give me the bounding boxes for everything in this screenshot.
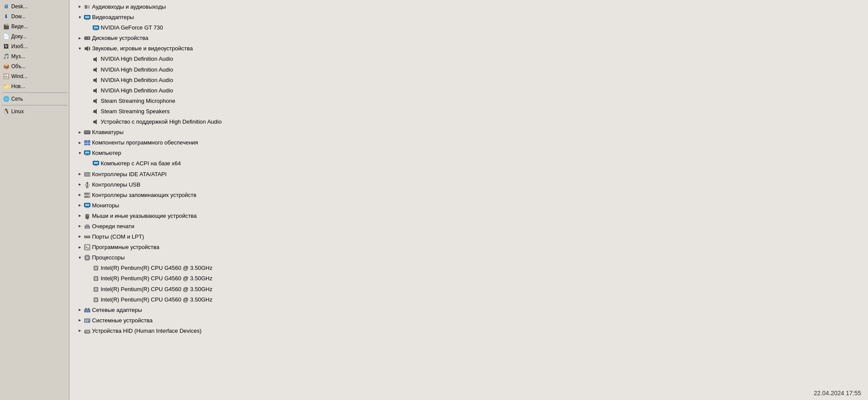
nvidia-hda-2-icon bbox=[92, 66, 99, 73]
nvidia-hda-1-icon bbox=[92, 56, 99, 63]
expand-computer[interactable] bbox=[77, 151, 82, 156]
expand-com-lpt[interactable] bbox=[77, 234, 82, 239]
computer-acpi-icon bbox=[92, 160, 99, 167]
expand-sound-devices[interactable] bbox=[77, 46, 82, 51]
tree-item-ide-controllers[interactable]: Контроллеры IDE ATA/ATAPI bbox=[73, 169, 865, 180]
tree-item-nvidia-hda-1[interactable]: NVIDIA High Definition Audio bbox=[73, 54, 865, 64]
sidebar-item-documents[interactable]: 📄 Доку... bbox=[0, 32, 69, 41]
expand-print-queues[interactable] bbox=[77, 224, 82, 229]
tree-item-print-queues[interactable]: Очереди печати bbox=[73, 221, 865, 232]
expand-software-components[interactable] bbox=[77, 140, 82, 145]
tree-item-audio-io[interactable]: Аудиовходы и аудиовыходы bbox=[73, 2, 865, 12]
tree-item-network-adapters[interactable]: Сетевые адаптеры bbox=[73, 305, 865, 315]
expand-nvidia-gt730 bbox=[86, 25, 91, 30]
tree-item-cpu-4[interactable]: Intel(R) Pentium(R) CPU G4560 @ 3.50GHz bbox=[73, 295, 865, 305]
label-nvidia-hda-3: NVIDIA High Definition Audio bbox=[101, 75, 173, 85]
label-com-lpt: Порты (COM и LPT) bbox=[92, 232, 144, 242]
sidebar-item-objects[interactable]: 📦 Объ... bbox=[0, 62, 69, 71]
expand-audio-io[interactable] bbox=[77, 4, 82, 10]
sidebar-label-video: Виде... bbox=[11, 23, 28, 30]
tree-item-cpu-1[interactable]: Intel(R) Pentium(R) CPU G4560 @ 3.50GHz bbox=[73, 263, 865, 273]
tree-item-disk-devices[interactable]: Дисковые устройства bbox=[73, 33, 865, 43]
sidebar-item-images[interactable]: 🖼 Изоб... bbox=[0, 42, 69, 51]
sidebar-divider-2 bbox=[2, 105, 67, 105]
tree-item-steam-speakers[interactable]: Steam Streaming Speakers bbox=[73, 106, 865, 117]
svg-rect-48 bbox=[87, 173, 88, 176]
svg-rect-64 bbox=[85, 227, 89, 227]
tree-item-nvidia-hda-2[interactable]: NVIDIA High Definition Audio bbox=[73, 65, 865, 75]
tree-item-cpu-3[interactable]: Intel(R) Pentium(R) CPU G4560 @ 3.50GHz bbox=[73, 284, 865, 295]
sidebar-divider-1 bbox=[2, 92, 67, 93]
label-hid-devices: Устройства HID (Human Interface Devices) bbox=[92, 326, 201, 336]
tree-item-nvidia-hda-3[interactable]: NVIDIA High Definition Audio bbox=[73, 75, 865, 85]
expand-network-adapters[interactable] bbox=[77, 308, 82, 313]
svg-rect-34 bbox=[84, 140, 87, 143]
svg-rect-45 bbox=[94, 166, 98, 166]
svg-rect-26 bbox=[85, 131, 86, 132]
svg-marker-22 bbox=[93, 98, 97, 104]
expand-disk-devices[interactable] bbox=[77, 36, 82, 41]
expand-video-adapters[interactable] bbox=[77, 15, 82, 20]
tree-item-hda-device[interactable]: Устройство с поддержкой High Definition … bbox=[73, 117, 865, 127]
tree-item-com-lpt[interactable]: Порты (COM и LPT) bbox=[73, 232, 865, 242]
expand-usb-controllers[interactable] bbox=[77, 182, 82, 187]
images-icon: 🖼 bbox=[3, 43, 10, 50]
label-monitors: Мониторы bbox=[92, 201, 119, 210]
svg-marker-18 bbox=[93, 57, 97, 62]
label-nvidia-hda-2: NVIDIA High Definition Audio bbox=[101, 65, 173, 75]
tree-item-mice[interactable]: Мыши и иные указывающие устройства bbox=[73, 211, 865, 221]
ide-controllers-icon bbox=[84, 171, 91, 178]
sidebar-item-video[interactable]: 🎬 Виде... bbox=[0, 22, 69, 31]
tree-item-cpu-2[interactable]: Intel(R) Pentium(R) CPU G4560 @ 3.50GHz bbox=[73, 273, 865, 284]
label-video-adapters: Видеоадаптеры bbox=[92, 13, 134, 22]
tree-item-monitors[interactable]: Мониторы bbox=[73, 200, 865, 211]
storage-controllers-icon bbox=[84, 192, 91, 199]
svg-point-72 bbox=[88, 236, 88, 236]
expand-prog-devices[interactable] bbox=[77, 245, 82, 250]
expand-system-devices[interactable] bbox=[77, 318, 82, 323]
label-cpu-3: Intel(R) Pentium(R) CPU G4560 @ 3.50GHz bbox=[101, 285, 212, 294]
expand-cpu-1 bbox=[86, 266, 91, 271]
expand-mice[interactable] bbox=[77, 213, 82, 219]
label-print-queues: Очереди печати bbox=[92, 222, 135, 231]
svg-marker-23 bbox=[93, 109, 97, 114]
label-prog-devices: Программные устройства bbox=[92, 243, 159, 252]
sidebar-item-windows[interactable]: 🪟 Wind... bbox=[0, 72, 69, 81]
expand-ide-controllers[interactable] bbox=[77, 172, 82, 177]
tree-item-nvidia-gt730[interactable]: NVIDIA GeForce GT 730 bbox=[73, 23, 865, 33]
expand-storage-controllers[interactable] bbox=[77, 193, 82, 198]
documents-icon: 📄 bbox=[3, 33, 10, 40]
tree-item-computer-acpi[interactable]: Компьютер с ACPI на базе x64 bbox=[73, 158, 865, 169]
svg-rect-65 bbox=[85, 228, 89, 228]
tree-item-video-adapters[interactable]: Видеоадаптеры bbox=[73, 12, 865, 23]
sidebar-label-desktop: Desk... bbox=[11, 3, 27, 10]
tree-item-processors[interactable]: Процессоры bbox=[73, 252, 865, 263]
tree-item-keyboards[interactable]: Клавиатуры bbox=[73, 127, 865, 138]
svg-point-108 bbox=[85, 330, 87, 332]
expand-monitors[interactable] bbox=[77, 203, 82, 208]
sidebar-item-music[interactable]: 🎵 Муз... bbox=[0, 52, 69, 61]
tree-item-storage-controllers[interactable]: Контроллеры запоминающих устройств bbox=[73, 190, 865, 200]
sidebar-item-downloads[interactable]: ⬇ Dow... bbox=[0, 12, 69, 21]
tree-item-software-components[interactable]: Компоненты программного обеспечения bbox=[73, 138, 865, 148]
sidebar-label-network: Сеть bbox=[11, 96, 23, 102]
sidebar-item-linux[interactable]: 🐧 Linux bbox=[0, 107, 69, 116]
svg-rect-106 bbox=[89, 319, 89, 321]
tree-item-hid-devices[interactable]: Устройства HID (Human Interface Devices) bbox=[73, 326, 865, 336]
expand-processors[interactable] bbox=[77, 255, 82, 260]
tree-item-sound-devices[interactable]: Звуковые, игровые и видеоустройства bbox=[73, 43, 865, 54]
network-sidebar-icon: 🌐 bbox=[3, 95, 10, 102]
tree-item-system-devices[interactable]: Системные устройства bbox=[73, 315, 865, 326]
tree-item-usb-controllers[interactable]: Контроллеры USB bbox=[73, 180, 865, 190]
expand-hid-devices[interactable] bbox=[77, 328, 82, 334]
sidebar-item-network[interactable]: 🌐 Сеть bbox=[0, 94, 69, 104]
svg-rect-36 bbox=[84, 144, 87, 145]
sidebar-item-new[interactable]: 📁 Нов... bbox=[0, 82, 69, 91]
tree-item-steam-mic[interactable]: Steam Streaming Microphone bbox=[73, 96, 865, 106]
sidebar-item-desktop[interactable]: 🖥 Desk... bbox=[0, 2, 69, 11]
svg-rect-28 bbox=[88, 131, 89, 132]
expand-keyboards[interactable] bbox=[77, 130, 82, 135]
tree-item-computer[interactable]: Компьютер bbox=[73, 148, 865, 158]
tree-item-nvidia-hda-4[interactable]: NVIDIA High Definition Audio bbox=[73, 85, 865, 96]
tree-item-prog-devices[interactable]: Программные устройства bbox=[73, 242, 865, 252]
